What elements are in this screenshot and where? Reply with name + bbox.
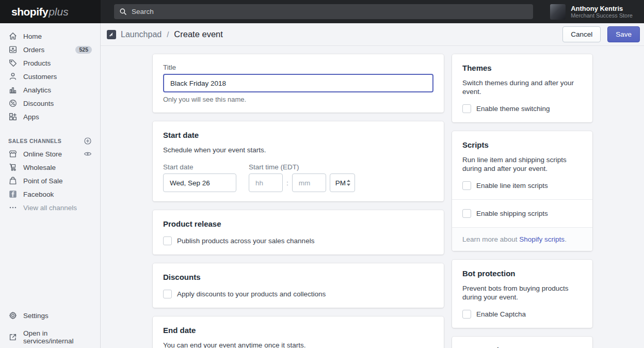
checkbox-label: Enable Captcha <box>476 310 526 318</box>
external-link-icon <box>8 333 18 342</box>
start-date-field-label: Start date <box>163 163 236 171</box>
checkbox[interactable] <box>462 209 471 218</box>
sidebar-item-apps[interactable]: Apps <box>0 110 100 123</box>
sidebar-item-label: Online Store <box>23 150 62 158</box>
card-description: You can end your event anytime once it s… <box>163 341 433 348</box>
sidebar-item-label: Customers <box>23 73 57 81</box>
sidebar-item-products[interactable]: Products <box>0 56 100 70</box>
select-stepper-icon <box>346 179 351 186</box>
sidebar-item-wholesale[interactable]: Wholesale <box>0 161 100 174</box>
checkbox[interactable] <box>163 236 172 245</box>
event-title-input[interactable] <box>163 74 433 92</box>
enable-captcha-checkbox-row[interactable]: Enable Captcha <box>462 310 582 319</box>
sidebar-item-facebook[interactable]: Facebook <box>0 187 100 201</box>
user-store: Merchant Success Store <box>571 12 633 19</box>
discount-icon <box>8 99 18 108</box>
pos-bag-icon <box>8 176 18 185</box>
page-header: Launchpad / Create event Cancel Save <box>101 23 644 46</box>
breadcrumb-separator: / <box>167 30 169 39</box>
logo-shopify: shopify <box>11 6 48 18</box>
sidebar-item-label: Home <box>23 33 42 40</box>
enable-line-item-scripts-checkbox-row[interactable]: Enable line item scripts <box>462 181 582 190</box>
facebook-icon <box>8 189 18 199</box>
avatar <box>550 4 566 20</box>
sidebar-item-analytics[interactable]: Analytics <box>0 83 100 97</box>
card-description: Switch themes during and after your even… <box>462 78 582 96</box>
cancel-button[interactable]: Cancel <box>562 26 601 42</box>
user-name: Anthony Kentris <box>571 5 633 12</box>
breadcrumb-launchpad[interactable]: Launchpad <box>121 30 162 39</box>
sidebar-item-view-all-channels[interactable]: View all channels <box>0 201 100 214</box>
search-bar[interactable] <box>114 4 533 19</box>
sales-channels-header: SALES CHANNELS <box>0 135 100 147</box>
sidebar-item-label: Apps <box>23 113 39 121</box>
sidebar-item-open-in-services[interactable]: Open in services/internal <box>0 330 100 344</box>
card-title: Password page <box>462 346 582 348</box>
shopify-plus-logo: shopify plus <box>0 0 101 23</box>
sidebar-item-orders[interactable]: Orders 525 <box>0 43 100 56</box>
checkbox-label: Apply discounts to your products and col… <box>177 290 326 298</box>
bot-protection-card: Bot protection Prevent bots from buying … <box>452 260 592 328</box>
meridiem-select[interactable]: PM <box>330 173 355 192</box>
sidebar-item-settings[interactable]: Settings <box>0 309 100 322</box>
discounts-card: Discounts Apply discounts to your produc… <box>153 263 444 308</box>
sidebar-item-online-store[interactable]: Online Store <box>0 147 100 161</box>
card-title: Product release <box>163 219 433 228</box>
orders-count-badge: 525 <box>75 46 92 54</box>
sidebar-item-label: Analytics <box>23 86 51 94</box>
apps-icon <box>8 112 18 121</box>
card-title: End date <box>163 326 433 335</box>
apply-discounts-checkbox-row[interactable]: Apply discounts to your products and col… <box>163 290 433 298</box>
content-area: Title Only you will see this name. Start… <box>101 46 644 348</box>
logo-plus: plus <box>49 6 69 18</box>
enable-shipping-scripts-checkbox-row[interactable]: Enable shipping scripts <box>462 209 582 218</box>
checkbox[interactable] <box>163 290 172 298</box>
enable-theme-switching-checkbox-row[interactable]: Enable theme switching <box>462 104 582 113</box>
checkbox-label: Enable line item scripts <box>476 182 548 189</box>
sidebar-item-point-of-sale[interactable]: Point of Sale <box>0 174 100 187</box>
tag-icon <box>8 58 18 68</box>
orders-icon <box>8 45 18 54</box>
home-icon <box>8 31 18 41</box>
card-title: Start date <box>163 131 433 139</box>
user-menu[interactable]: Anthony Kentris Merchant Success Store <box>550 0 644 23</box>
search-input[interactable] <box>132 8 528 15</box>
sidebar-item-label: Orders <box>23 46 44 54</box>
circle-plus-icon[interactable] <box>84 137 92 145</box>
checkbox[interactable] <box>462 310 471 319</box>
sidebar-item-home[interactable]: Home <box>0 29 100 43</box>
sidebar-item-label: Products <box>23 59 51 67</box>
card-title: Bot protection <box>462 269 582 278</box>
sidebar-item-discounts[interactable]: Discounts <box>0 97 100 110</box>
sidebar-item-label: View all channels <box>23 204 77 212</box>
scripts-card-footer: Learn more about Shopify scripts. <box>452 227 592 251</box>
sidebar-item-label: Discounts <box>23 100 54 107</box>
sidebar-item-label: Wholesale <box>23 164 56 171</box>
end-date-card: End date You can end your event anytime … <box>153 317 444 348</box>
card-description: Schedule when your event starts. <box>163 146 433 154</box>
title-card: Title Only you will see this name. <box>153 54 444 113</box>
checkbox-label: Enable shipping scripts <box>476 210 548 217</box>
title-field-label: Title <box>163 64 433 71</box>
sidebar-item-label: Facebook <box>23 191 54 198</box>
checkbox-label: Publish products across your sales chann… <box>177 237 314 245</box>
save-button[interactable]: Save <box>607 26 640 42</box>
sidebar-item-customers[interactable]: Customers <box>0 70 100 83</box>
eye-icon[interactable] <box>84 150 92 158</box>
shopify-scripts-link[interactable]: Shopify scripts <box>519 235 565 243</box>
checkbox-label: Enable theme switching <box>476 105 550 113</box>
time-separator: : <box>286 179 288 187</box>
password-page-card: Password page <box>452 337 592 348</box>
minute-input[interactable] <box>292 173 326 192</box>
start-time-field-label: Start time (EDT) <box>249 163 355 171</box>
hour-input[interactable] <box>249 173 283 192</box>
product-release-card: Product release Publish products across … <box>153 210 444 255</box>
checkbox[interactable] <box>462 104 471 113</box>
online-store-icon <box>8 149 18 159</box>
start-date-input[interactable] <box>163 173 236 192</box>
launchpad-app-icon <box>107 30 116 39</box>
card-title: Themes <box>462 64 582 72</box>
publish-products-checkbox-row[interactable]: Publish products across your sales chann… <box>163 236 433 245</box>
card-description: Prevent bots from buying products during… <box>462 284 582 302</box>
checkbox[interactable] <box>462 181 471 190</box>
